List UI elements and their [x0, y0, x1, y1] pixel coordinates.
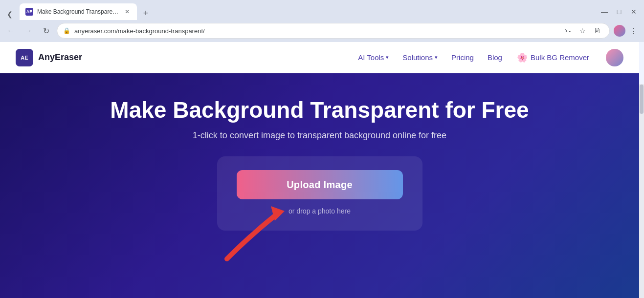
- address-bar-row: ← → ↻ 🔒 anyeraser.com/make-background-tr…: [0, 21, 644, 42]
- nav-solutions[interactable]: Solutions ▾: [397, 49, 444, 65]
- extension-icon[interactable]: [614, 25, 625, 37]
- toolbar-actions: ⋮: [614, 24, 640, 38]
- title-bar: ❮ AE Make Background Transparen… ✕ + — □…: [0, 0, 644, 21]
- upload-area: Upload Image or drop a photo here: [217, 156, 422, 231]
- nav-blog[interactable]: Blog: [482, 49, 508, 65]
- nav-bulk-bg-remover[interactable]: 🌸 Bulk BG Remover: [510, 48, 596, 67]
- minimize-button[interactable]: —: [598, 5, 611, 18]
- lock-icon: 🔒: [63, 27, 70, 34]
- logo-badge: AE: [16, 49, 33, 66]
- refresh-button[interactable]: ↻: [39, 24, 53, 38]
- nav-ai-tools[interactable]: AI Tools ▾: [352, 49, 395, 65]
- ai-tools-chevron-icon: ▾: [386, 54, 389, 61]
- close-button[interactable]: ✕: [627, 5, 640, 18]
- tab-favicon: AE: [25, 8, 33, 16]
- hero-subtitle: 1-click to convert image to transparent …: [193, 130, 446, 141]
- brand-name: AnyEraser: [38, 52, 82, 63]
- new-tab-button[interactable]: +: [139, 6, 153, 20]
- forward-button[interactable]: →: [22, 24, 35, 38]
- logo-area[interactable]: AE AnyEraser: [16, 49, 82, 66]
- maximize-button[interactable]: □: [613, 5, 625, 18]
- user-avatar[interactable]: [606, 49, 623, 66]
- address-text: anyeraser.com/make-background-transparen…: [74, 27, 557, 35]
- site-nav: AE AnyEraser AI Tools ▾ Solutions ▾ Pric…: [0, 42, 639, 73]
- star-icon[interactable]: ☆: [576, 24, 589, 37]
- key-icon[interactable]: 🗝: [561, 24, 574, 37]
- nav-links: AI Tools ▾ Solutions ▾ Pricing Blog 🌸: [352, 48, 596, 67]
- nav-pricing[interactable]: Pricing: [445, 49, 480, 65]
- upload-image-button[interactable]: Upload Image: [237, 170, 403, 199]
- solutions-chevron-icon: ▾: [435, 54, 438, 61]
- bulk-bg-icon: 🌸: [517, 52, 528, 63]
- active-tab[interactable]: AE Make Background Transparen… ✕: [20, 3, 137, 20]
- tab-history-controls: ❮: [4, 8, 16, 20]
- tab-title: Make Background Transparen…: [37, 8, 119, 15]
- tab-close-button[interactable]: ✕: [123, 8, 131, 16]
- drop-text: or drop a photo here: [289, 207, 351, 215]
- extensions-panel-icon[interactable]: 🖹: [591, 24, 603, 37]
- address-bar-actions: 🗝 ☆ 🖹: [561, 24, 603, 37]
- browser-menu-button[interactable]: ⋮: [626, 24, 640, 38]
- scrollbar[interactable]: [639, 84, 644, 298]
- window-controls: — □ ✕: [598, 5, 640, 18]
- scrollbar-thumb[interactable]: [640, 85, 644, 114]
- hero-title: Make Background Transparent for Free: [110, 97, 529, 124]
- hero-section: Make Background Transparent for Free 1-c…: [0, 73, 639, 298]
- tab-history-back[interactable]: ❮: [4, 8, 16, 20]
- address-bar[interactable]: 🔒 anyeraser.com/make-background-transpar…: [57, 23, 610, 39]
- back-button[interactable]: ←: [4, 24, 18, 38]
- page-content: AE AnyEraser AI Tools ▾ Solutions ▾ Pric…: [0, 42, 639, 298]
